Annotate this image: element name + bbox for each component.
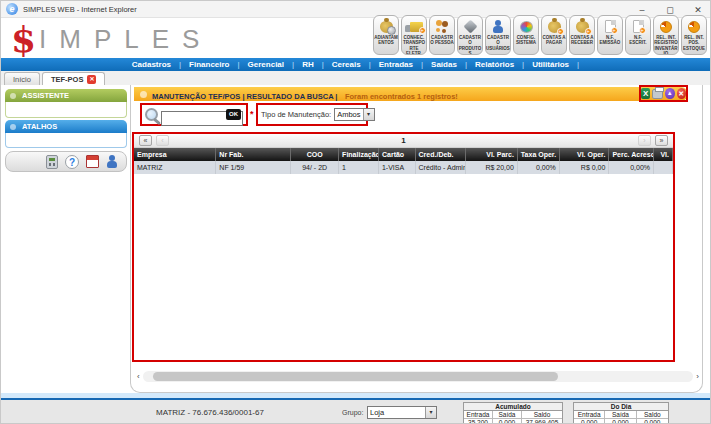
cell-coo: 94/ - 2D: [291, 161, 339, 174]
pie-chart-icon: [660, 21, 672, 33]
search-ok-button[interactable]: OK: [226, 109, 241, 120]
column-header-cred-deb[interactable]: Cred./Deb.: [415, 148, 466, 161]
status-bar: MATRIZ - 76.676.436/0001-67 Grupo: Loja …: [1, 398, 710, 424]
toolbar-button-cadastro-usuarios[interactable]: CADASTRO USUÁRIOS: [485, 15, 511, 55]
tab-inicio[interactable]: Início: [4, 72, 40, 85]
pagination-next-button[interactable]: ›: [638, 135, 651, 146]
scrollbar-track[interactable]: [143, 371, 694, 382]
column-header-cartao[interactable]: Cartão: [378, 148, 415, 161]
maximize-button[interactable]: ◻: [664, 5, 676, 15]
column-header-perc-acresc[interactable]: Perc. Acresc.: [609, 148, 654, 161]
quick-access-toolbar: ADIANTAMENTOS CONHEC. TRANSPORTE ELETR. …: [373, 15, 707, 55]
toolbar-button-nf-emissao[interactable]: N.F. EMISSÃO: [597, 15, 623, 55]
column-header-nr-fab[interactable]: Nr Fab.: [216, 148, 291, 161]
acumulado-table: Acumulado Entrada Saída Saldo 35.200 0.0…: [463, 402, 563, 424]
grupo-select[interactable]: Loja: [367, 406, 437, 419]
collapse-up-icon[interactable]: [665, 88, 674, 99]
excel-export-icon[interactable]: [641, 88, 650, 99]
menu-item-financeiro[interactable]: Financeiro: [185, 60, 244, 69]
do-dia-header-entrada: Entrada: [574, 411, 605, 419]
scrollbar-thumb[interactable]: [153, 372, 558, 381]
tab-close-icon[interactable]: ✕: [87, 75, 96, 84]
tipo-manutencao-label: Tipo de Manutenção:: [261, 110, 331, 119]
toolbar-button-nf-escrit[interactable]: N.F. ESCRIT.: [625, 15, 651, 55]
acumulado-header-saldo: Saldo: [522, 411, 562, 419]
scroll-right-icon[interactable]: ›: [696, 370, 699, 383]
cell-finalizacao: 1: [339, 161, 379, 174]
simples-web-window: SIMPLES WEB - Internet Explorer – ◻ ✕ $ …: [0, 0, 711, 424]
toolbar-button-cadastro-produtos[interactable]: CADASTRO PRODUTOS: [457, 15, 483, 55]
toolbar-button-cadastro-pessoa[interactable]: CADASTRO PESSOA: [429, 15, 455, 55]
toolbar-button-adiantamentos[interactable]: ADIANTAMENTOS: [373, 15, 399, 55]
toolbar-button-label: CADASTRO PESSOA: [430, 35, 454, 46]
help-icon[interactable]: [65, 155, 79, 169]
tab-label: TEF-POS: [51, 75, 84, 84]
menu-item-gerencial[interactable]: Gerencial: [244, 60, 299, 69]
column-header-empresa[interactable]: Empresa: [134, 148, 216, 161]
close-button[interactable]: ✕: [692, 5, 704, 15]
cell-taxa-oper: 0,00%: [517, 161, 559, 174]
toolbar-button-rel-registro-inventario[interactable]: REL. INT. REGISTRO INVENTÁRIO: [653, 15, 679, 55]
pagination-first-button[interactable]: «: [139, 135, 152, 146]
toolbar-button-contas-a-receber[interactable]: CONTAS A RECEBER: [569, 15, 595, 55]
chevron-down-icon[interactable]: [363, 109, 374, 120]
pagination-prev-button[interactable]: ‹: [156, 135, 169, 146]
toolbar-button-label: CADASTRO USUÁRIOS: [486, 35, 510, 51]
column-header-vl[interactable]: Vl.: [654, 148, 673, 161]
result-header-bar: MANUTENÇÃO TEF/POS | RESULTADO DA BUSCA …: [134, 87, 688, 101]
result-header-title: MANUTENÇÃO TEF/POS | RESULTADO DA BUSCA …: [152, 92, 337, 101]
printer-icon[interactable]: [652, 89, 663, 99]
toolbar-button-contas-a-pagar[interactable]: CONTAS A PAGAR: [541, 15, 567, 55]
do-dia-value-entrada: 0.000: [574, 419, 605, 424]
column-header-finalizacao[interactable]: Finalização: [339, 148, 379, 161]
search-icon: [145, 108, 158, 121]
cell-vl-parc: R$ 20,00: [466, 161, 518, 174]
result-count-text: Foram encontrados 1 registros!: [345, 92, 458, 101]
sidebar-section-atalhos[interactable]: ATALHOS: [5, 120, 127, 133]
tipo-manutencao-select[interactable]: Ambos: [334, 108, 374, 121]
close-panel-icon[interactable]: [677, 88, 686, 99]
menu-item-entradas[interactable]: Entradas: [375, 60, 427, 69]
column-header-vl-oper[interactable]: Vl. Oper.: [559, 148, 609, 161]
calculator-icon[interactable]: [46, 155, 58, 169]
pagination-bar: « ‹ 1 › »: [134, 134, 673, 148]
user-profile-icon[interactable]: [106, 155, 118, 168]
tab-bar: Início TEF-POS ✕: [1, 71, 710, 85]
toolbar-button-config-sistema[interactable]: CONFIG. SISTEMA: [513, 15, 539, 55]
chevron-down-icon[interactable]: [425, 407, 436, 418]
acumulado-header-entrada: Entrada: [464, 411, 493, 419]
toolbar-button-label: REL. INT. REGISTRO INVENTÁRIO: [654, 35, 678, 55]
menu-item-cadastros[interactable]: Cadastros: [128, 60, 185, 69]
column-header-taxa-oper[interactable]: Taxa Oper.: [517, 148, 559, 161]
annotation-box-actions: [639, 85, 688, 102]
table-row[interactable]: MATRIZ NF 1/59 94/ - 2D 1 1-VISA Crédito…: [134, 161, 673, 174]
cell-perc-acresc: 0,00%: [609, 161, 654, 174]
pagination-last-button[interactable]: »: [655, 135, 668, 146]
annotation-box-search: OK: [140, 103, 248, 126]
menu-item-relatorios[interactable]: Relatórios: [471, 60, 528, 69]
menu-item-utilitarios[interactable]: Utilitários: [528, 60, 583, 69]
acumulado-value-entrada: 35.200: [464, 419, 493, 424]
toolbar-button-conhec-transporte[interactable]: CONHEC. TRANSPORTE ELETR.: [401, 15, 427, 55]
moneybag-coins-icon: [380, 21, 393, 33]
document-plus-icon: [605, 20, 616, 33]
palette-icon: [520, 21, 533, 33]
scroll-left-icon[interactable]: ‹: [137, 370, 140, 383]
menu-item-rh[interactable]: RH: [298, 60, 328, 69]
main-menu-bar: Cadastros Financeiro Gerencial RH Cereai…: [1, 58, 710, 71]
column-header-vl-parc[interactable]: Vl. Parc.: [466, 148, 518, 161]
do-dia-value-saldo: 0.000: [637, 419, 668, 424]
menu-item-cereais[interactable]: Cereais: [328, 60, 375, 69]
toolbar-button-rel-pos-estoque[interactable]: REL. INT. POS. ESTOQUE: [681, 15, 707, 55]
truck-plus-icon: [410, 22, 423, 32]
minimize-button[interactable]: –: [636, 5, 648, 15]
required-marker: *: [250, 109, 254, 119]
column-header-coo[interactable]: COO: [291, 148, 339, 161]
tab-tef-pos[interactable]: TEF-POS ✕: [42, 72, 106, 85]
sidebar-section-assistente[interactable]: ASSISTENTE: [5, 89, 127, 102]
cell-cred-deb: Crédito - Admin: [415, 161, 466, 174]
calendar-icon[interactable]: [86, 155, 99, 168]
assistente-panel: [5, 102, 127, 118]
moneybag-plus-icon: [548, 21, 561, 33]
menu-item-saidas[interactable]: Saídas: [427, 60, 471, 69]
